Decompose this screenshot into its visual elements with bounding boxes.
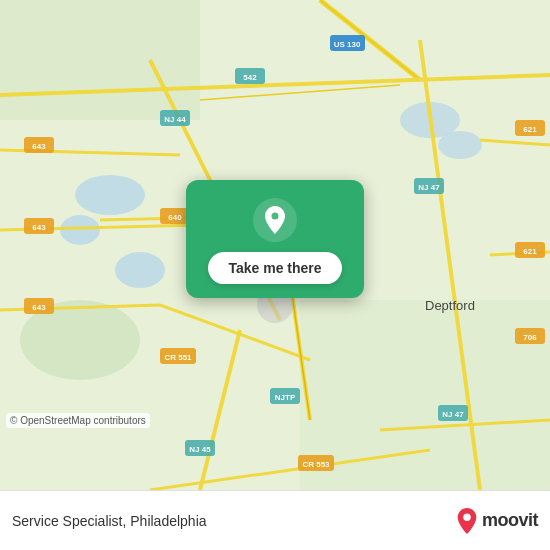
svg-text:643: 643 (32, 303, 46, 312)
svg-text:NJ 47: NJ 47 (418, 183, 440, 192)
svg-text:640: 640 (168, 213, 182, 222)
svg-text:Deptford: Deptford (425, 298, 475, 313)
svg-point-2 (60, 215, 100, 245)
svg-text:US 130: US 130 (334, 40, 361, 49)
moovit-pin-icon (456, 508, 478, 534)
moovit-brand-text: moovit (482, 510, 538, 531)
svg-text:621: 621 (523, 125, 537, 134)
svg-point-5 (438, 131, 482, 159)
overlay-card: Take me there (186, 180, 364, 298)
svg-point-1 (75, 175, 145, 215)
bottom-bar: Service Specialist, Philadelphia moovit (0, 490, 550, 550)
svg-text:643: 643 (32, 142, 46, 151)
svg-text:NJTP: NJTP (275, 393, 296, 402)
svg-text:NJ 45: NJ 45 (189, 445, 211, 454)
svg-text:542: 542 (243, 73, 257, 82)
location-pin-icon (253, 198, 297, 242)
svg-point-3 (115, 252, 165, 288)
svg-rect-7 (300, 300, 550, 490)
moovit-logo: moovit (456, 508, 538, 534)
svg-text:706: 706 (523, 333, 537, 342)
service-title: Service Specialist, Philadelphia (12, 513, 456, 529)
svg-text:621: 621 (523, 247, 537, 256)
svg-point-62 (463, 513, 470, 520)
take-me-there-button[interactable]: Take me there (208, 252, 341, 284)
svg-text:CR 553: CR 553 (302, 460, 330, 469)
svg-text:CR 551: CR 551 (164, 353, 192, 362)
svg-text:NJ 44: NJ 44 (164, 115, 186, 124)
map-container: 643 NJ 44 542 US 130 621 NJ 47 621 643 6… (0, 0, 550, 490)
svg-text:643: 643 (32, 223, 46, 232)
svg-text:NJ 47: NJ 47 (442, 410, 464, 419)
map-attribution: © OpenStreetMap contributors (6, 413, 150, 428)
